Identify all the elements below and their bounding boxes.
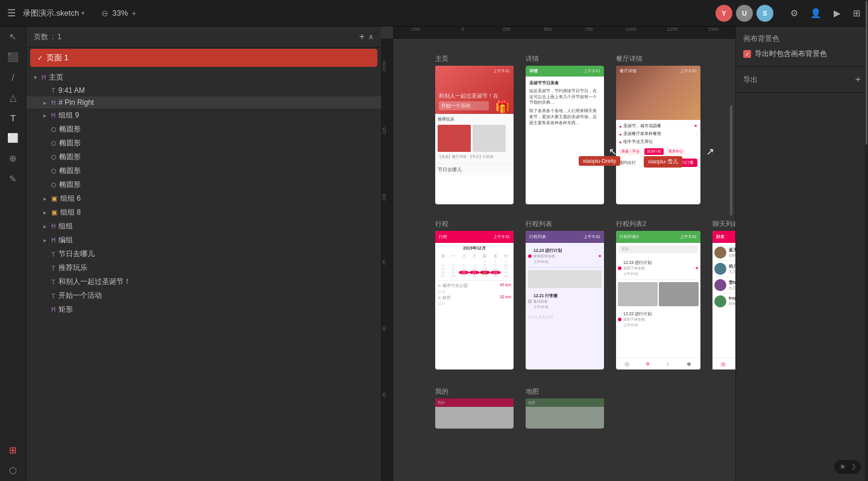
- tool-move[interactable]: ↖: [9, 31, 17, 42]
- sl-status: 上午9:41: [583, 234, 600, 240]
- avatar-1[interactable]: Y: [715, 5, 732, 22]
- artboard-frame-mine[interactable]: 我的: [435, 398, 514, 429]
- layer-name: 主页: [49, 72, 63, 83]
- layer-ellipse-1[interactable]: ▸ 椭圆形: [27, 122, 381, 136]
- page-item-1[interactable]: ✓ 页面 1: [30, 49, 377, 67]
- ruler-mark: -100: [382, 193, 386, 202]
- filename-chevron[interactable]: ▾: [81, 10, 84, 16]
- filename[interactable]: 录图演示.sketch ▾: [23, 8, 84, 19]
- artboard-schedule-list[interactable]: 行程列表 行程列表 上午9:41 12.23 进行计划 来和同伴在线 上午10点: [526, 219, 604, 369]
- pages-collapse-btn[interactable]: ∧: [368, 33, 374, 41]
- canvas-scrollbar-thumb[interactable]: [730, 105, 732, 216]
- export-checkbox[interactable]: ✓: [743, 50, 751, 58]
- add-page-btn[interactable]: +: [359, 31, 365, 42]
- layer-ellipse-2[interactable]: ▸ 椭圆形: [27, 136, 381, 150]
- artboard-schedule-list2[interactable]: 行程列表2 行程列表2 上午9:41 搜索... 12.23 进行计划 采和: [616, 219, 700, 369]
- layer-group-bianzu[interactable]: ▸ H 编组: [27, 233, 381, 247]
- export-include-label: 导出时包含画布背景色: [755, 49, 827, 59]
- sun-icon[interactable]: ☀: [839, 462, 846, 471]
- canvas-scrollbar[interactable]: [730, 39, 733, 481]
- layer-ellipse-4[interactable]: ▸ 椭圆形: [27, 164, 381, 178]
- layer-name: 椭圆形: [59, 138, 81, 148]
- sl2-search[interactable]: 搜索...: [618, 245, 698, 253]
- artboard-frame-sl[interactable]: 行程列表 上午9:41 12.23 进行计划 来和同伴在线 上午10点 ★: [526, 231, 604, 369]
- layer-text-hebieyiren[interactable]: ▸ T 和别人一起过圣诞节！: [27, 275, 381, 289]
- cl-nav-1[interactable]: ◎: [721, 361, 726, 367]
- zoom-minus-btn[interactable]: ⊖: [101, 8, 108, 18]
- cat-label-2: 【节日】行程表: [468, 154, 494, 160]
- play-icon[interactable]: ▶: [834, 8, 841, 19]
- sl2-dot-2: [618, 318, 621, 321]
- sl2-i1-sub2: 上午10点: [623, 271, 693, 277]
- artboard-frame-homepage[interactable]: 上午9:41 和别人一起过圣诞节！在 开始一个活动 🎁 推荐玩乐: [435, 66, 514, 204]
- grid-icon[interactable]: ⊞: [853, 8, 861, 19]
- artboard-frame-sl2[interactable]: 行程列表2 上午9:41 搜索... 12.23 进行计划 采和下伴在线 上午1…: [616, 231, 700, 369]
- artboard-restaurant[interactable]: 餐厅详情 餐厅详情 上午9:41 ● 圣诞节、城市花园餐 ★: [616, 54, 700, 204]
- tool-pencil[interactable]: /: [11, 72, 14, 83]
- layer-group8[interactable]: ▸ ▣ 组组 8: [27, 206, 381, 219]
- sl2-i2-sub2: 上午10点: [623, 322, 699, 328]
- right-panel-scrollbar[interactable]: [865, 0, 868, 481]
- layer-time-text[interactable]: ▸ T 9:41 AM: [27, 84, 381, 96]
- nav-icon-1[interactable]: ◎: [624, 360, 630, 367]
- mine-title: 我的: [438, 400, 445, 406]
- zoom-plus-btn[interactable]: +: [131, 8, 136, 18]
- layer-text-kaishiyige[interactable]: ▸ T 开始一个活动: [27, 289, 381, 303]
- tool-assets[interactable]: ⬡: [9, 465, 17, 476]
- expand-arrow[interactable]: ▸: [43, 237, 49, 244]
- settings-icon[interactable]: ⚙: [790, 8, 798, 19]
- expand-arrow[interactable]: ▸: [43, 112, 49, 119]
- layer-group-symbol[interactable]: ▸ H 组组: [27, 219, 381, 233]
- status-bar-rest: 上午9:41: [680, 68, 697, 74]
- tool-image[interactable]: ⬜: [7, 133, 19, 143]
- avatar-3[interactable]: S: [756, 5, 773, 22]
- layer-type-icon-rect: H: [51, 306, 55, 313]
- layer-ellipse-5[interactable]: ▸ 椭圆形: [27, 178, 381, 192]
- canvas-content[interactable]: 主页 上午9:41 和别人一起过圣诞节！在 开始一个活动 🎁 推荐玩乐: [393, 39, 735, 481]
- expand-arrow[interactable]: ▾: [34, 74, 40, 81]
- tool-component[interactable]: ⊕: [9, 153, 17, 164]
- nav-icon-2[interactable]: ≡: [646, 360, 650, 367]
- expand-arrow[interactable]: ▸: [43, 209, 49, 216]
- user-icon[interactable]: 👤: [810, 8, 822, 19]
- tool-text[interactable]: T: [10, 113, 16, 123]
- artboard-frame-detail[interactable]: 详情 上午9:41 圣诞节节日美食 临近圣诞节，节约美味节日节日，在这可以去上面…: [526, 66, 604, 204]
- artboard-schedule[interactable]: 行程 行程 上午9:41 2019年12月 日 一 二: [435, 219, 514, 369]
- tool-pen[interactable]: ✎: [9, 174, 17, 184]
- avatar-2[interactable]: U: [736, 5, 753, 22]
- add-export-btn[interactable]: +: [855, 74, 861, 85]
- expand-arrow[interactable]: ▸: [43, 99, 49, 106]
- layer-pin-right[interactable]: ▸ H # Pin Right: [27, 96, 381, 108]
- layer-group6[interactable]: ▸ ▣ 组组 6: [27, 192, 381, 206]
- tool-frame[interactable]: ⬛: [7, 52, 19, 63]
- expand-arrow[interactable]: ▸: [43, 195, 49, 202]
- canvas-area[interactable]: -250 0 250 500 750 1000 1250 1500 -150% …: [381, 27, 735, 481]
- tool-layers[interactable]: ⊞: [9, 445, 17, 456]
- rest-icon: ●: [619, 124, 621, 128]
- expand-arrow[interactable]: ▸: [43, 223, 49, 230]
- nav-icon-4[interactable]: ☻: [686, 360, 693, 367]
- tool-shape[interactable]: △: [10, 92, 17, 103]
- layer-group9[interactable]: ▸ H 组组 9: [27, 108, 381, 122]
- sl2-header: 行程列表2 上午9:41: [616, 231, 700, 243]
- artboard-frame-map[interactable]: 地图: [526, 398, 604, 429]
- menu-icon[interactable]: ☰: [7, 7, 16, 19]
- artboard-homepage[interactable]: 主页 上午9:41 和别人一起过圣诞节！在 开始一个活动 🎁 推荐玩乐: [435, 54, 514, 204]
- layer-ellipse-3[interactable]: ▸ 椭圆形: [27, 150, 381, 164]
- booking-info: 预约出行: [619, 160, 636, 166]
- nav-icon-3[interactable]: ♪: [666, 360, 669, 367]
- ruler-left: -150% -125 -100 -75 -50 -25: [381, 39, 393, 481]
- layer-text-jieriqunae[interactable]: ▸ T 节日去哪儿: [27, 247, 381, 261]
- artboard-frame-restaurant[interactable]: 餐厅详情 上午9:41 ● 圣诞节、城市花园餐 ★ ● 圣诞餐厅菜单样餐馆 ♪: [616, 66, 700, 204]
- layer-text-tuijian[interactable]: ▸ T 推荐玩乐: [27, 261, 381, 275]
- artboard-detail[interactable]: 详情 详情 上午9:41 圣诞节节日美食 临近圣诞节，节约美味节日节日，在这可以…: [526, 54, 604, 204]
- artboard-frame-schedule[interactable]: 行程 上午9:41 2019年12月 日 一 二 三 四: [435, 231, 514, 369]
- layer-rect[interactable]: ▸ H 矩形: [27, 303, 381, 316]
- layer-homepage-group[interactable]: ▾ H 主页: [27, 71, 381, 84]
- rest-note: ♪: [696, 132, 698, 136]
- artboard-map[interactable]: 地图 地图: [526, 387, 604, 429]
- layer-type-icon-group: H: [42, 74, 46, 81]
- artboard-mine[interactable]: 我的 我的: [435, 387, 514, 429]
- moon-icon[interactable]: ☽: [849, 462, 856, 471]
- right-panel-scrollbar-thumb[interactable]: [866, 1, 867, 145]
